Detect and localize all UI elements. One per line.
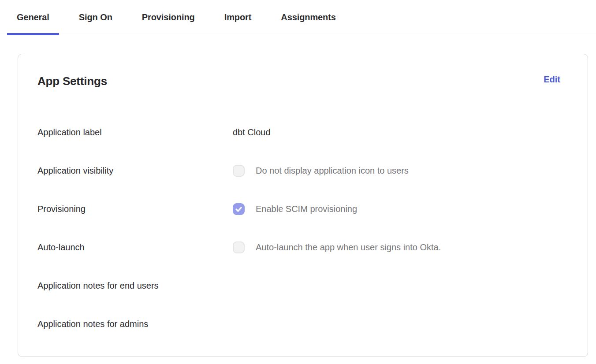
tab-assignments[interactable]: Assignments: [271, 0, 346, 35]
field-label: Application notes for admins: [37, 319, 233, 329]
panel-title: App Settings: [37, 74, 107, 88]
tab-import[interactable]: Import: [215, 0, 261, 35]
row-notes-admins: Application notes for admins: [18, 305, 588, 343]
auto-launch-checkbox[interactable]: [233, 241, 245, 253]
tab-general[interactable]: General: [7, 0, 59, 35]
tab-bar: General Sign On Provisioning Import Assi…: [0, 0, 596, 35]
tab-sign-on[interactable]: Sign On: [69, 0, 122, 35]
settings-rows: Application label dbt Cloud Application …: [18, 113, 588, 343]
check-icon: [235, 207, 242, 212]
app-settings-panel: App Settings Edit Application label dbt …: [18, 54, 588, 357]
row-application-visibility: Application visibility Do not display ap…: [18, 152, 588, 190]
checkbox-label: Enable SCIM provisioning: [256, 204, 357, 214]
field-label: Application notes for end users: [37, 281, 233, 291]
scim-provisioning-checkbox[interactable]: [233, 203, 245, 215]
field-label: Application visibility: [37, 166, 233, 176]
row-notes-end-users: Application notes for end users: [18, 267, 588, 305]
panel-header: App Settings Edit: [18, 54, 588, 88]
field-label: Auto-launch: [37, 242, 233, 253]
row-application-label: Application label dbt Cloud: [18, 113, 588, 152]
auto-launch-check-field: Auto-launch the app when user signs into…: [233, 241, 568, 253]
checkbox-label: Auto-launch the app when user signs into…: [256, 242, 441, 253]
field-value: dbt Cloud: [233, 127, 568, 137]
edit-link[interactable]: Edit: [544, 74, 560, 85]
row-auto-launch: Auto-launch Auto-launch the app when use…: [18, 228, 588, 267]
tab-provisioning[interactable]: Provisioning: [132, 0, 205, 35]
provisioning-check-field: Enable SCIM provisioning: [233, 203, 568, 215]
visibility-checkbox[interactable]: [233, 165, 245, 177]
visibility-check-field: Do not display application icon to users: [233, 165, 568, 177]
checkbox-label: Do not display application icon to users: [256, 166, 409, 176]
row-provisioning: Provisioning Enable SCIM provisioning: [18, 190, 588, 228]
field-label: Provisioning: [37, 204, 233, 214]
field-label: Application label: [37, 127, 233, 137]
